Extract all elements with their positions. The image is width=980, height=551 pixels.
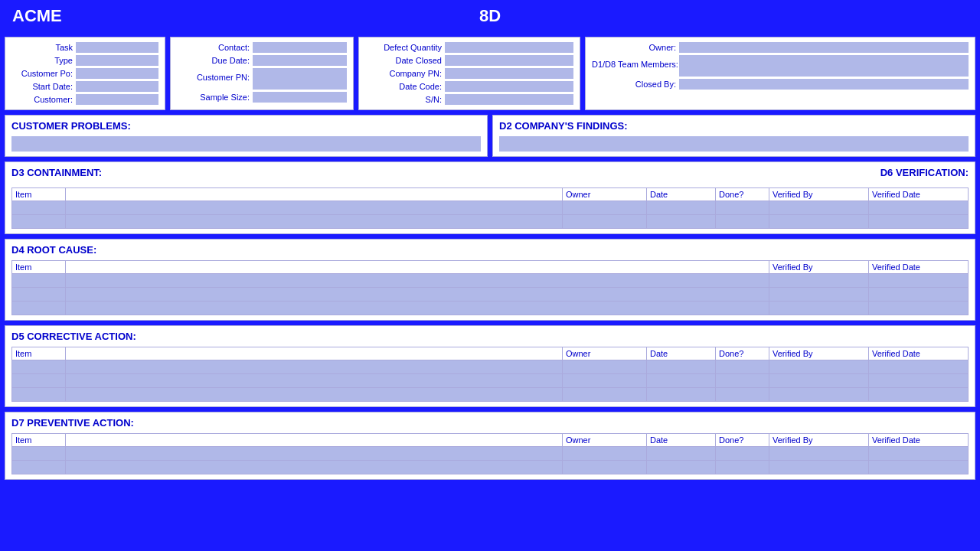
d5-r3-owner[interactable] [563, 388, 647, 402]
d7-r1-owner[interactable] [563, 447, 647, 461]
d5-r1-verby[interactable] [769, 360, 869, 374]
d4-r1-verdate[interactable] [869, 274, 969, 288]
d5-r3-verby[interactable] [769, 388, 869, 402]
d4-r3-desc[interactable] [66, 302, 769, 315]
d7-col-owner: Owner [563, 434, 647, 447]
d3-r2-done[interactable] [716, 215, 769, 229]
d3-r1-desc[interactable] [66, 201, 563, 215]
input-date-closed[interactable] [445, 55, 573, 66]
input-date-code[interactable] [445, 81, 573, 92]
field-customer-pn: Customer PN: [177, 68, 347, 90]
d7-col-item: Item [12, 434, 66, 447]
field-type: Type [11, 55, 158, 66]
d2-title: D2 COMPANY'S FINDINGS: [499, 120, 969, 132]
d3-r1-item[interactable] [12, 201, 66, 215]
d7-r1-date[interactable] [647, 447, 716, 461]
input-due-date[interactable] [253, 55, 347, 66]
d5-r2-date[interactable] [647, 374, 716, 388]
d5-r2-verby[interactable] [769, 374, 869, 388]
d7-r2-verdate[interactable] [869, 461, 969, 474]
d7-r2-owner[interactable] [563, 461, 647, 474]
d5-r2-desc[interactable] [66, 374, 563, 388]
label-owner: Owner: [592, 43, 676, 52]
d4-r1-item[interactable] [12, 274, 66, 288]
d5-r3-desc[interactable] [66, 388, 563, 402]
d3-r1-owner[interactable] [563, 201, 647, 215]
d4-r3-item[interactable] [12, 302, 66, 315]
d5-section: D5 CORRECTIVE ACTION: Item Owner Date Do… [5, 325, 975, 407]
d4-r2-verdate[interactable] [869, 288, 969, 302]
d7-r2-desc[interactable] [66, 461, 563, 474]
input-contact[interactable] [253, 42, 347, 53]
d5-col-verified-by: Verified By [769, 347, 869, 360]
d3-col-date: Date [647, 188, 716, 201]
d2-input[interactable] [499, 136, 969, 152]
input-company-pn[interactable] [445, 68, 573, 79]
input-d1d8-team[interactable] [679, 55, 969, 77]
field-start-date: Start Date: [11, 81, 158, 92]
d3-r2-item[interactable] [12, 215, 66, 229]
field-date-closed: Date Closed [365, 55, 573, 66]
d3-r2-desc[interactable] [66, 215, 563, 229]
d1-input[interactable] [11, 136, 481, 152]
d3-r1-verdate[interactable] [869, 201, 969, 215]
d3-r2-date[interactable] [647, 215, 716, 229]
d5-r2-verdate[interactable] [869, 374, 969, 388]
input-sample-size[interactable] [253, 92, 347, 103]
input-customer[interactable] [76, 94, 158, 105]
d3-r1-verby[interactable] [769, 201, 869, 215]
d4-r2-item[interactable] [12, 288, 66, 302]
input-defect-qty[interactable] [445, 42, 573, 53]
label-customer-pn: Customer PN: [177, 68, 250, 82]
d5-r2-item[interactable] [12, 374, 66, 388]
d4-r3-verdate[interactable] [869, 302, 969, 315]
d3-r2-verby[interactable] [769, 215, 869, 229]
d5-r1-item[interactable] [12, 360, 66, 374]
input-type[interactable] [76, 55, 158, 66]
d3-col-owner: Owner [563, 188, 647, 201]
input-start-date[interactable] [76, 81, 158, 92]
d4-r2-verby[interactable] [769, 288, 869, 302]
input-customer-pn[interactable] [253, 68, 347, 90]
d5-r2-owner[interactable] [563, 374, 647, 388]
d5-r1-desc[interactable] [66, 360, 563, 374]
input-closed-by[interactable] [679, 79, 969, 90]
input-task[interactable] [76, 42, 158, 53]
input-sn[interactable] [445, 94, 573, 105]
d7-r2-done[interactable] [716, 461, 769, 474]
d4-r1-desc[interactable] [66, 274, 769, 288]
d4-r3-verby[interactable] [769, 302, 869, 315]
d4-r1-verby[interactable] [769, 274, 869, 288]
d3-col-item: Item [12, 188, 66, 201]
d7-r2-item[interactable] [12, 461, 66, 474]
d7-r2-verby[interactable] [769, 461, 869, 474]
d7-r2-date[interactable] [647, 461, 716, 474]
d7-r1-verby[interactable] [769, 447, 869, 461]
d5-r2-done[interactable] [716, 374, 769, 388]
d4-r2-desc[interactable] [66, 288, 769, 302]
label-start-date: Start Date: [11, 82, 73, 91]
d3-col-verified-by: Verified By [769, 188, 869, 201]
d7-r1-desc[interactable] [66, 447, 563, 461]
d7-r1-done[interactable] [716, 447, 769, 461]
d3-r2-verdate[interactable] [869, 215, 969, 229]
d5-row-3 [12, 388, 969, 402]
input-customer-po[interactable] [76, 68, 158, 79]
d5-r3-verdate[interactable] [869, 388, 969, 402]
d5-r1-owner[interactable] [563, 360, 647, 374]
input-owner[interactable] [679, 42, 969, 53]
d5-r3-done[interactable] [716, 388, 769, 402]
d3-r1-done[interactable] [716, 201, 769, 215]
d3-row-1 [12, 201, 969, 215]
d4-row-1 [12, 274, 969, 288]
field-company-pn: Company PN: [365, 68, 573, 79]
d7-r1-item[interactable] [12, 447, 66, 461]
d5-r1-date[interactable] [647, 360, 716, 374]
d7-r1-verdate[interactable] [869, 447, 969, 461]
d3-r2-owner[interactable] [563, 215, 647, 229]
d5-r3-item[interactable] [12, 388, 66, 402]
d5-r3-date[interactable] [647, 388, 716, 402]
d3-r1-date[interactable] [647, 201, 716, 215]
d5-r1-verdate[interactable] [869, 360, 969, 374]
d5-r1-done[interactable] [716, 360, 769, 374]
